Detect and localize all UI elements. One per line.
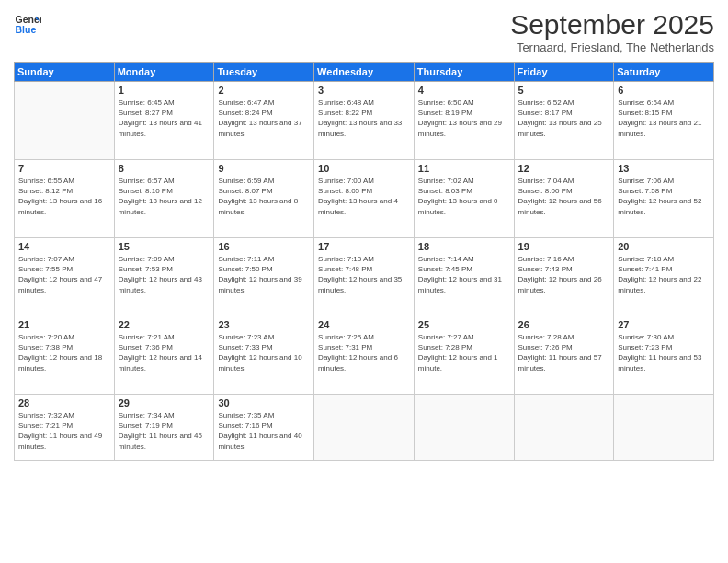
header: General Blue September 2025 Ternaard, Fr… <box>14 9 714 54</box>
col-saturday: Saturday <box>614 63 714 82</box>
day-number: 10 <box>318 163 410 174</box>
day-number: 28 <box>18 397 110 408</box>
day-number: 27 <box>618 319 710 330</box>
day-number: 12 <box>518 163 610 174</box>
cell-details: Sunrise: 7:30 AMSunset: 7:23 PMDaylight:… <box>618 332 710 373</box>
day-number: 23 <box>218 319 310 330</box>
table-row: 29Sunrise: 7:34 AMSunset: 7:19 PMDayligh… <box>114 395 214 461</box>
table-row: 9Sunrise: 6:59 AMSunset: 8:07 PMDaylight… <box>214 160 314 238</box>
cell-details: Sunrise: 7:27 AMSunset: 7:28 PMDaylight:… <box>418 332 510 373</box>
day-number: 16 <box>218 241 310 252</box>
day-number: 13 <box>618 163 710 174</box>
col-sunday: Sunday <box>15 63 115 82</box>
table-row: 1Sunrise: 6:45 AMSunset: 8:27 PMDaylight… <box>114 82 214 160</box>
cell-details: Sunrise: 6:47 AMSunset: 8:24 PMDaylight:… <box>218 98 310 139</box>
week-row-2: 14Sunrise: 7:07 AMSunset: 7:55 PMDayligh… <box>15 238 714 316</box>
table-row: 23Sunrise: 7:23 AMSunset: 7:33 PMDayligh… <box>214 316 314 395</box>
day-number: 30 <box>218 397 310 408</box>
cell-details: Sunrise: 7:14 AMSunset: 7:45 PMDaylight:… <box>418 254 510 295</box>
location-subtitle: Ternaard, Friesland, The Netherlands <box>510 40 714 54</box>
day-number: 9 <box>218 163 310 174</box>
month-title: September 2025 <box>510 9 714 40</box>
day-number: 21 <box>18 319 110 330</box>
table-row: 28Sunrise: 7:32 AMSunset: 7:21 PMDayligh… <box>15 395 115 461</box>
cell-details: Sunrise: 7:00 AMSunset: 8:05 PMDaylight:… <box>318 176 410 217</box>
table-row: 19Sunrise: 7:16 AMSunset: 7:43 PMDayligh… <box>514 238 614 316</box>
logo: General Blue <box>14 9 41 37</box>
day-number: 5 <box>518 85 610 96</box>
table-row: 30Sunrise: 7:35 AMSunset: 7:16 PMDayligh… <box>214 395 314 461</box>
cell-details: Sunrise: 7:18 AMSunset: 7:41 PMDaylight:… <box>618 254 710 295</box>
day-number: 19 <box>518 241 610 252</box>
table-row: 22Sunrise: 7:21 AMSunset: 7:36 PMDayligh… <box>114 316 214 395</box>
week-row-4: 28Sunrise: 7:32 AMSunset: 7:21 PMDayligh… <box>15 395 714 461</box>
col-friday: Friday <box>514 63 614 82</box>
table-row <box>15 82 115 160</box>
day-number: 15 <box>119 241 210 252</box>
day-number: 1 <box>119 85 210 96</box>
table-row: 10Sunrise: 7:00 AMSunset: 8:05 PMDayligh… <box>314 160 415 238</box>
table-row <box>514 395 614 461</box>
col-wednesday: Wednesday <box>314 63 415 82</box>
cell-details: Sunrise: 7:09 AMSunset: 7:53 PMDaylight:… <box>119 254 210 295</box>
col-tuesday: Tuesday <box>214 63 314 82</box>
cell-details: Sunrise: 7:32 AMSunset: 7:21 PMDaylight:… <box>18 410 110 452</box>
day-number: 26 <box>518 319 610 330</box>
table-row: 14Sunrise: 7:07 AMSunset: 7:55 PMDayligh… <box>15 238 115 316</box>
day-number: 20 <box>618 241 710 252</box>
day-number: 6 <box>618 85 710 96</box>
cell-details: Sunrise: 6:50 AMSunset: 8:19 PMDaylight:… <box>418 98 510 139</box>
table-row <box>414 395 514 461</box>
title-block: September 2025 Ternaard, Friesland, The … <box>510 9 714 54</box>
col-monday: Monday <box>114 63 214 82</box>
table-row: 24Sunrise: 7:25 AMSunset: 7:31 PMDayligh… <box>314 316 415 395</box>
cell-details: Sunrise: 7:35 AMSunset: 7:16 PMDaylight:… <box>218 410 310 452</box>
day-number: 8 <box>119 163 210 174</box>
cell-details: Sunrise: 7:02 AMSunset: 8:03 PMDaylight:… <box>418 176 510 217</box>
cell-details: Sunrise: 7:04 AMSunset: 8:00 PMDaylight:… <box>518 176 610 217</box>
table-row: 8Sunrise: 6:57 AMSunset: 8:10 PMDaylight… <box>114 160 214 238</box>
day-number: 25 <box>418 319 510 330</box>
table-row: 4Sunrise: 6:50 AMSunset: 8:19 PMDaylight… <box>414 82 514 160</box>
day-number: 4 <box>418 85 510 96</box>
table-row: 2Sunrise: 6:47 AMSunset: 8:24 PMDaylight… <box>214 82 314 160</box>
cell-details: Sunrise: 7:20 AMSunset: 7:38 PMDaylight:… <box>18 332 110 373</box>
cell-details: Sunrise: 7:16 AMSunset: 7:43 PMDaylight:… <box>518 254 610 295</box>
table-row: 17Sunrise: 7:13 AMSunset: 7:48 PMDayligh… <box>314 238 415 316</box>
logo-icon: General Blue <box>14 9 41 37</box>
table-row: 7Sunrise: 6:55 AMSunset: 8:12 PMDaylight… <box>15 160 115 238</box>
table-row: 6Sunrise: 6:54 AMSunset: 8:15 PMDaylight… <box>614 82 714 160</box>
table-row: 20Sunrise: 7:18 AMSunset: 7:41 PMDayligh… <box>614 238 714 316</box>
day-number: 29 <box>119 397 210 408</box>
col-thursday: Thursday <box>414 63 514 82</box>
cell-details: Sunrise: 7:34 AMSunset: 7:19 PMDaylight:… <box>119 410 210 452</box>
week-row-0: 1Sunrise: 6:45 AMSunset: 8:27 PMDaylight… <box>15 82 714 160</box>
table-row: 27Sunrise: 7:30 AMSunset: 7:23 PMDayligh… <box>614 316 714 395</box>
day-number: 2 <box>218 85 310 96</box>
table-row: 11Sunrise: 7:02 AMSunset: 8:03 PMDayligh… <box>414 160 514 238</box>
table-row: 21Sunrise: 7:20 AMSunset: 7:38 PMDayligh… <box>15 316 115 395</box>
table-row <box>314 395 415 461</box>
table-row: 25Sunrise: 7:27 AMSunset: 7:28 PMDayligh… <box>414 316 514 395</box>
week-row-1: 7Sunrise: 6:55 AMSunset: 8:12 PMDaylight… <box>15 160 714 238</box>
table-row: 3Sunrise: 6:48 AMSunset: 8:22 PMDaylight… <box>314 82 415 160</box>
cell-details: Sunrise: 6:54 AMSunset: 8:15 PMDaylight:… <box>618 98 710 139</box>
day-number: 3 <box>318 85 410 96</box>
day-number: 7 <box>18 163 110 174</box>
cell-details: Sunrise: 6:48 AMSunset: 8:22 PMDaylight:… <box>318 98 410 139</box>
table-row: 12Sunrise: 7:04 AMSunset: 8:00 PMDayligh… <box>514 160 614 238</box>
week-row-3: 21Sunrise: 7:20 AMSunset: 7:38 PMDayligh… <box>15 316 714 395</box>
table-row: 15Sunrise: 7:09 AMSunset: 7:53 PMDayligh… <box>114 238 214 316</box>
table-row: 16Sunrise: 7:11 AMSunset: 7:50 PMDayligh… <box>214 238 314 316</box>
day-number: 18 <box>418 241 510 252</box>
day-number: 22 <box>119 319 210 330</box>
cell-details: Sunrise: 6:57 AMSunset: 8:10 PMDaylight:… <box>119 176 210 217</box>
cell-details: Sunrise: 7:06 AMSunset: 7:58 PMDaylight:… <box>618 176 710 217</box>
day-number: 17 <box>318 241 410 252</box>
day-number: 14 <box>18 241 110 252</box>
cell-details: Sunrise: 6:55 AMSunset: 8:12 PMDaylight:… <box>18 176 110 217</box>
cell-details: Sunrise: 7:23 AMSunset: 7:33 PMDaylight:… <box>218 332 310 373</box>
cell-details: Sunrise: 7:25 AMSunset: 7:31 PMDaylight:… <box>318 332 410 373</box>
header-row: Sunday Monday Tuesday Wednesday Thursday… <box>15 63 714 82</box>
cell-details: Sunrise: 6:45 AMSunset: 8:27 PMDaylight:… <box>119 98 210 139</box>
